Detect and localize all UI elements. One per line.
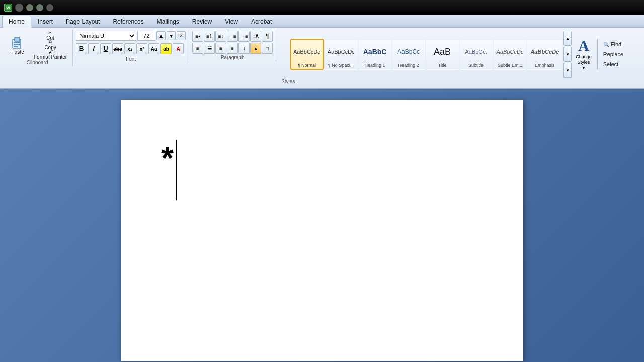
sort-button[interactable]: ↕A — [250, 31, 261, 42]
style-emphasis[interactable]: AaBbCcDc Emphasis — [527, 39, 562, 70]
text-cursor — [176, 140, 177, 200]
change-styles-label: ChangeStyles — [576, 54, 592, 65]
borders-button[interactable]: □ — [262, 43, 273, 54]
style-title-label: Title — [438, 63, 447, 68]
find-button[interactable]: 🔍 Find — [600, 40, 627, 49]
document-area[interactable]: * — [0, 89, 644, 362]
paragraph-group: ≡• ≡1 ≡↕ ←≡ →≡ ↕A ¶ ≡ ☰ ≡ ≡ ↕ ▲ □ Paragr… — [190, 30, 276, 61]
style-no-spacing-label: ¶ No Spaci... — [328, 63, 354, 68]
align-center-button[interactable]: ☰ — [204, 43, 215, 54]
style-heading2[interactable]: AaBbCc Heading 2 — [392, 39, 425, 70]
ribbon-tabs: Home Insert Page Layout References Maili… — [0, 15, 644, 28]
superscript-button[interactable]: x² — [136, 43, 147, 54]
decrease-indent-button[interactable]: ←≡ — [227, 31, 238, 42]
change-styles-arrow: ▼ — [582, 66, 586, 70]
styles-scroll-up-button[interactable]: ▲ — [564, 31, 572, 46]
subscript-button[interactable]: x₂ — [124, 43, 135, 54]
style-heading2-label: Heading 2 — [398, 63, 419, 68]
styles-group: AaBbCcDc ¶ Normal AaBbCcDc ¶ No Spaci...… — [277, 30, 641, 85]
clear-formatting-button[interactable]: ✕ — [177, 31, 186, 40]
style-subtitle[interactable]: AaBbCc. Subtitle — [460, 39, 493, 70]
font-label: Font — [76, 56, 186, 62]
ribbon: Paste ✂ Cut ⧉ Copy 🖌 Format Painter Clip… — [0, 28, 644, 89]
select-button[interactable]: Select — [600, 60, 627, 69]
title-bar: W — [0, 0, 644, 15]
svg-rect-5 — [14, 42, 20, 43]
style-subtitle-preview: AaBbCc. — [465, 49, 487, 55]
font-size-input[interactable] — [137, 31, 155, 41]
style-normal-label: ¶ Normal — [298, 63, 316, 68]
align-left-button[interactable]: ≡ — [192, 43, 203, 54]
format-painter-button[interactable]: 🖌 Format Painter — [31, 50, 69, 59]
highlight-color-button[interactable]: ab — [160, 43, 172, 54]
tab-acrobat[interactable]: Acrobat — [245, 16, 278, 27]
redo-button[interactable] — [36, 4, 43, 11]
decrease-font-button[interactable]: ▼ — [167, 31, 176, 40]
increase-indent-button[interactable]: →≡ — [238, 31, 250, 42]
style-title-preview: AaB — [434, 47, 451, 57]
style-subtle-em-preview: AaBbCcDc — [497, 49, 524, 55]
increase-font-button[interactable]: ▲ — [156, 31, 166, 40]
underline-button[interactable]: U — [100, 43, 111, 54]
style-heading1-preview: AaBbC — [363, 48, 387, 56]
style-subtitle-label: Subtitle — [468, 63, 484, 68]
style-title[interactable]: AaB Title — [426, 39, 459, 70]
paragraph-label: Paragraph — [192, 55, 273, 60]
tab-home[interactable]: Home — [2, 16, 31, 28]
style-normal-preview: AaBbCcDc — [293, 49, 320, 55]
style-subtle-em-label: Subtle Em... — [498, 63, 522, 68]
styles-scroll-down-button[interactable]: ▼ — [564, 47, 572, 62]
tab-page-layout[interactable]: Page Layout — [59, 16, 106, 27]
editing-group: 🔍 Find Replace Select — [600, 40, 627, 69]
strikethrough-button[interactable]: abc — [112, 43, 123, 54]
style-no-spacing[interactable]: AaBbCcDc ¶ No Spaci... — [325, 39, 358, 70]
undo-button[interactable] — [26, 4, 33, 11]
style-normal[interactable]: AaBbCcDc ¶ Normal — [290, 39, 324, 70]
line-spacing-button[interactable]: ↕ — [238, 43, 250, 54]
font-group: Nirmala UI ▲ ▼ ✕ B I U abc x₂ x² Aa ab A… — [74, 30, 189, 63]
copy-button[interactable]: ⧉ Copy — [31, 40, 69, 49]
change-styles-icon: A — [578, 38, 589, 53]
bold-button[interactable]: B — [76, 43, 87, 54]
svg-rect-4 — [15, 37, 20, 41]
change-styles-button[interactable]: A ChangeStyles ▼ — [572, 39, 595, 70]
save-button[interactable] — [15, 4, 23, 12]
bullets-button[interactable]: ≡• — [192, 31, 203, 42]
style-emphasis-label: Emphasis — [535, 63, 555, 68]
customize-btn[interactable] — [46, 4, 53, 11]
tab-view[interactable]: View — [218, 16, 245, 27]
style-subtle-em[interactable]: AaBbCcDc Subtle Em... — [494, 39, 527, 70]
svg-rect-7 — [14, 46, 18, 47]
replace-button[interactable]: Replace — [600, 50, 627, 59]
tab-insert[interactable]: Insert — [31, 16, 59, 27]
multilevel-button[interactable]: ≡↕ — [215, 31, 226, 42]
justify-button[interactable]: ≡ — [227, 43, 238, 54]
show-marks-button[interactable]: ¶ — [262, 31, 273, 42]
font-color-button[interactable]: A — [173, 43, 184, 54]
styles-more-button[interactable]: ▼ — [564, 63, 572, 78]
styles-list: AaBbCcDc ¶ Normal AaBbCcDc ¶ No Spaci...… — [290, 39, 562, 70]
font-family-select[interactable]: Nirmala UI — [76, 31, 136, 41]
tab-review[interactable]: Review — [186, 16, 218, 27]
document-content: * — [161, 142, 174, 174]
numbering-button[interactable]: ≡1 — [204, 31, 215, 42]
style-heading1[interactable]: AaBbC Heading 1 — [359, 39, 391, 70]
style-heading2-preview: AaBbCc — [397, 48, 420, 55]
tab-references[interactable]: References — [106, 16, 150, 27]
tab-mailings[interactable]: Mailings — [150, 16, 186, 27]
clipboard-group: Paste ✂ Cut ⧉ Copy 🖌 Format Painter Clip… — [3, 30, 73, 66]
style-no-spacing-preview: AaBbCcDc — [328, 49, 355, 55]
cut-button[interactable]: ✂ Cut — [31, 31, 69, 40]
shading-button[interactable]: ▲ — [250, 43, 261, 54]
styles-label: Styles — [279, 79, 638, 84]
app-icon: W — [4, 4, 12, 12]
italic-button[interactable]: I — [88, 43, 99, 54]
divider — [597, 39, 598, 69]
style-heading1-label: Heading 1 — [365, 63, 385, 68]
svg-text:W: W — [6, 6, 10, 10]
align-right-button[interactable]: ≡ — [215, 43, 226, 54]
style-emphasis-preview: AaBbCcDc — [530, 49, 559, 55]
paste-button[interactable]: Paste — [5, 31, 30, 59]
change-case-button[interactable]: Aa — [148, 43, 159, 54]
document-page[interactable]: * — [121, 100, 523, 361]
